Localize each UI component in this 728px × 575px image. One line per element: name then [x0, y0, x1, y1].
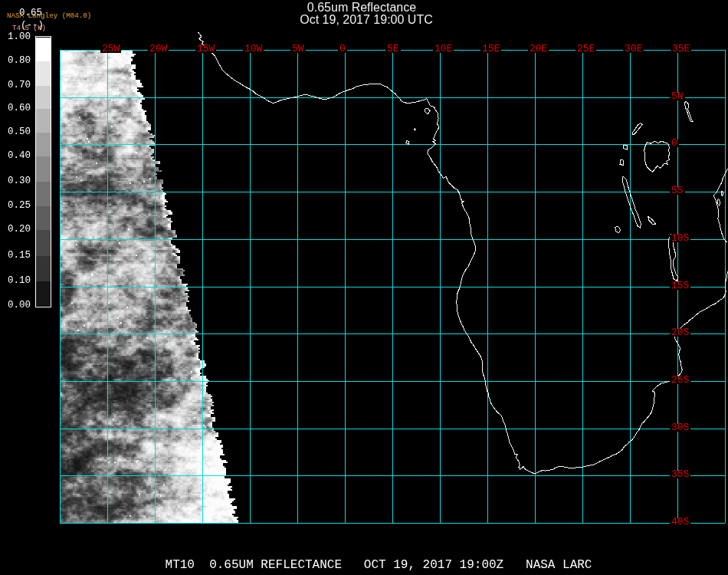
colorbar-tick-label: 0.25 — [0, 201, 31, 210]
colorbar-step — [36, 206, 51, 230]
colorbar-tick-label: 0.40 — [0, 151, 31, 160]
credit-source: NASA Langley (M04.0) — [7, 12, 91, 20]
lake-outline — [632, 123, 642, 136]
longitude-label: 25W — [100, 45, 121, 53]
colorbar-step — [36, 133, 51, 156]
colorbar-tick-label: 0.15 — [0, 251, 31, 260]
colorbar-step — [36, 182, 51, 206]
lake-outline — [622, 176, 641, 228]
colorbar-step — [36, 109, 51, 133]
colorbar-tick-label: 0.00 — [0, 301, 31, 310]
map-overlay — [0, 0, 728, 575]
colorbar-tick-label: 0.50 — [0, 127, 31, 136]
latitude-label: 10S — [670, 235, 690, 242]
longitude-label: 10W — [243, 45, 264, 53]
colorbar-tick-label: 0.30 — [0, 176, 31, 186]
island-outline — [406, 141, 409, 145]
island-outline — [415, 128, 416, 130]
satellite-image-viewer: 0.65um Reflectance Oct 19, 2017 19:00 UT… — [0, 0, 728, 575]
latitude-label: 5N — [670, 93, 685, 100]
longitude-label: 0 — [338, 45, 347, 53]
title-timestamp: Oct 19, 2017 19:00 UTC — [5, 14, 728, 26]
longitude-label: 5W — [290, 45, 306, 53]
page-title: 0.65um Reflectance — [0, 2, 723, 14]
longitude-label: 20E — [528, 45, 549, 53]
colorbar-step — [36, 256, 51, 281]
lake-outline — [684, 101, 693, 122]
colorbar — [35, 36, 51, 307]
longitude-label: 5E — [385, 45, 401, 53]
lake-outline — [644, 141, 671, 172]
lake-outline — [623, 145, 628, 150]
lake-outline — [615, 226, 621, 233]
colorbar-tick-label: 1.00 — [0, 32, 31, 41]
latitude-label: 20S — [670, 329, 690, 337]
colorbar-step — [36, 281, 51, 306]
latitude-label: 15S — [670, 282, 690, 290]
longitude-label: 30E — [623, 45, 644, 53]
longitude-label: 15E — [480, 45, 501, 53]
island-outline — [717, 199, 720, 205]
longitude-label: 20W — [148, 45, 169, 53]
latitude-label: 0 — [670, 140, 679, 147]
latitude-label: 25S — [670, 376, 690, 384]
latitude-label: 35S — [670, 471, 690, 478]
colorbar-tick-label: 0.10 — [0, 276, 31, 285]
colorbar-step — [36, 86, 51, 109]
colorbar-step — [36, 156, 51, 182]
lake-outline — [620, 159, 624, 165]
longitude-label: 15W — [195, 45, 216, 53]
island-outline — [425, 109, 430, 114]
longitude-label: 35E — [671, 45, 691, 53]
graticule-grid — [60, 50, 726, 524]
lake-outline — [648, 216, 656, 225]
coastlines — [198, 32, 727, 474]
longitude-label: 10E — [433, 45, 454, 53]
latitude-label: 5S — [670, 187, 685, 195]
colorbar-tick-label: 0.80 — [0, 56, 31, 65]
colorbar-tick-label: 0.20 — [0, 225, 31, 234]
longitude-label: 25E — [576, 45, 596, 53]
island-outline — [721, 192, 723, 196]
latitude-label: 40S — [670, 518, 690, 526]
colorbar-tick-label: 0.60 — [0, 104, 31, 113]
coastline — [198, 32, 727, 474]
colorbar-step — [36, 38, 51, 61]
footer-caption: MT10 0.65UM REFLECTANCE OCT 19, 2017 19:… — [15, 559, 728, 571]
latitude-label: 30S — [670, 424, 690, 432]
colorbar-tick-label: 0.70 — [0, 80, 31, 90]
colorbar-step — [36, 230, 51, 256]
colorbar-step — [36, 61, 51, 86]
